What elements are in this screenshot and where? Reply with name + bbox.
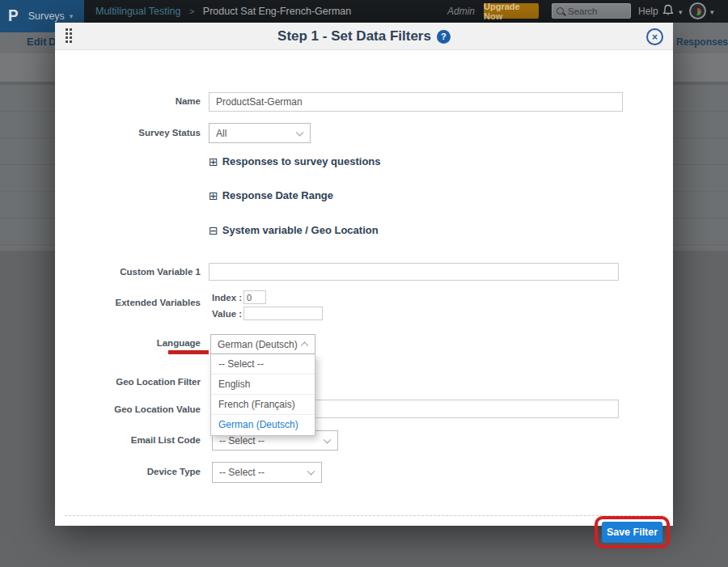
chevron-up-icon — [301, 341, 309, 349]
gauge-icon — [694, 8, 701, 15]
help-icon[interactable]: ? — [437, 30, 451, 44]
section-responses-to-questions[interactable]: ⊞ Responses to survey questions — [209, 155, 381, 167]
surveys-menu-label: Surveys — [28, 11, 65, 22]
background-table-left — [0, 85, 55, 251]
value-input[interactable] — [243, 307, 323, 320]
expand-icon: ⊞ — [209, 156, 218, 167]
questionpro-logo-icon: P — [8, 6, 19, 25]
save-filter-button[interactable]: Save Filter — [602, 522, 662, 543]
red-underline-annotation — [168, 350, 209, 354]
geo-location-filter-label: Geo Location Filter — [63, 377, 201, 387]
modal-header: Step 1 - Set Data Filters ? × — [55, 23, 673, 50]
survey-status-label: Survey Status — [63, 128, 201, 138]
extended-variables-label: Extended Variables — [63, 298, 201, 307]
account-avatar[interactable] — [689, 2, 706, 19]
red-highlight-annotation: Save Filter — [595, 516, 670, 548]
index-input[interactable] — [243, 290, 266, 304]
chevron-down-icon — [296, 128, 304, 136]
language-option-selected[interactable]: German (Deutsch) — [211, 415, 315, 435]
custom-variable-input[interactable] — [209, 263, 619, 281]
responses-count-badge: Responses: 3 — [676, 36, 728, 48]
breadcrumb-separator: > — [189, 6, 194, 16]
section-response-date-range[interactable]: ⊞ Response Date Range — [209, 189, 333, 201]
language-option[interactable]: -- Select -- — [211, 354, 315, 374]
filter-name-input[interactable] — [209, 92, 623, 112]
language-option[interactable]: English — [211, 374, 315, 395]
section-label: Responses to survey questions — [222, 155, 381, 167]
email-list-code-value: -- Select -- — [219, 435, 265, 446]
modal-title: Step 1 - Set Data Filters — [277, 28, 431, 44]
device-type-select[interactable]: -- Select -- — [212, 462, 322, 483]
breadcrumb-current: Product Sat Eng-French-German — [203, 6, 351, 17]
modal-body: Name Survey Status All ⊞ Responses to su… — [55, 50, 673, 526]
breadcrumb-parent-link[interactable]: Multilingual Testing — [95, 6, 180, 17]
chevron-down-icon — [324, 435, 332, 443]
background-table-right — [673, 85, 728, 251]
set-data-filters-modal: Step 1 - Set Data Filters ? × Name Surve… — [55, 23, 673, 526]
bell-caret-icon[interactable]: ▾ — [679, 8, 683, 16]
search-icon — [557, 7, 564, 15]
custom-variable-label: Custom Variable 1 — [63, 267, 201, 277]
help-link[interactable]: Help — [638, 6, 658, 17]
language-options-list: -- Select -- English French (Français) G… — [210, 354, 315, 436]
device-type-label: Device Type — [63, 467, 201, 476]
chevron-down-icon — [307, 468, 315, 476]
device-type-value: -- Select -- — [219, 467, 265, 478]
footer-divider — [65, 515, 663, 516]
section-system-variable-geo[interactable]: ⊟ System variable / Geo Location — [209, 224, 379, 236]
language-label: Language — [63, 338, 201, 348]
expand-icon: ⊞ — [209, 190, 218, 201]
admin-label: Admin — [447, 6, 475, 17]
language-option[interactable]: French (Français) — [211, 395, 315, 415]
language-selected-value: German (Deutsch) — [218, 339, 298, 350]
search-box[interactable] — [552, 3, 631, 19]
survey-status-select[interactable]: All — [209, 123, 311, 143]
survey-status-value: All — [216, 128, 226, 139]
surveys-caret-icon: ▾ — [70, 12, 74, 20]
collapse-icon: ⊟ — [209, 225, 218, 236]
avatar-caret-icon[interactable]: ▾ — [710, 8, 714, 16]
close-icon[interactable]: × — [646, 28, 663, 45]
value-label: Value : — [212, 309, 244, 319]
screen: Multilingual Testing > Product Sat Eng-F… — [0, 0, 728, 567]
upgrade-now-button[interactable]: Upgrade Now — [484, 3, 539, 19]
tab-edit[interactable]: Edit — [27, 36, 47, 48]
email-list-code-label: Email List Code — [63, 435, 201, 445]
geo-location-value-label: Geo Location Value — [63, 404, 201, 414]
section-label: System variable / Geo Location — [222, 224, 379, 236]
language-select[interactable]: German (Deutsch) — [210, 334, 315, 354]
top-navigation-bar: Multilingual Testing > Product Sat Eng-F… — [0, 0, 728, 23]
breadcrumb: Multilingual Testing > Product Sat Eng-F… — [95, 6, 351, 17]
notifications-bell-icon[interactable] — [662, 4, 675, 17]
section-label: Response Date Range — [222, 189, 333, 201]
index-label: Index : — [212, 293, 244, 303]
name-label: Name — [63, 96, 201, 106]
search-input[interactable] — [568, 6, 624, 16]
